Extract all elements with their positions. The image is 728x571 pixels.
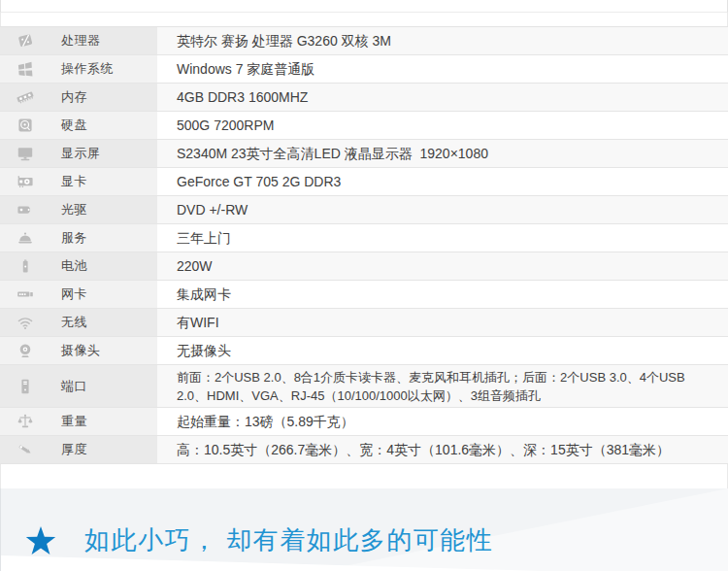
spec-row: 内存4GB DDR3 1600MHZ	[0, 84, 728, 112]
banner-content: 如此小巧， 却有着如此多的可能性	[24, 523, 493, 557]
spec-label: 厚度	[61, 441, 87, 458]
spec-label-cell: 硬盘	[0, 112, 157, 139]
spec-label: 摄像头	[61, 342, 101, 359]
spec-label-cell: 重量	[0, 408, 157, 435]
star-icon	[24, 525, 57, 556]
spec-row: 无线有WIFI	[0, 309, 728, 337]
spec-label: 显示屏	[61, 145, 101, 162]
spec-row: 光驱DVD +/-RW	[0, 196, 728, 224]
spec-label-cell: 服务	[0, 224, 157, 252]
spec-value: 集成网卡	[157, 281, 728, 308]
spec-value: 4GB DDR3 1600MHZ	[157, 84, 728, 111]
spec-row: 重量起始重量：13磅（5.89千克）	[0, 408, 728, 436]
monitor-icon	[16, 144, 35, 163]
webcam-icon	[16, 341, 35, 360]
spec-label-cell: 处理器	[0, 27, 157, 54]
spec-value: 高：10.5英寸（266.7毫米）、宽：4英寸（101.6毫米）、深：15英寸（…	[157, 436, 728, 463]
spec-label-cell: 内存	[0, 84, 157, 111]
spec-value: 有WIFI	[157, 309, 728, 336]
spec-value: 220W	[157, 252, 728, 280]
spec-label-cell: 端口	[0, 365, 157, 407]
wifi-icon	[16, 313, 35, 332]
optical-drive-icon	[16, 200, 35, 219]
spec-label: 重量	[61, 413, 87, 430]
spec-row: 操作系统Windows 7 家庭普通版	[0, 55, 728, 84]
spec-label-cell: 操作系统	[0, 55, 157, 83]
spec-label-cell: 无线	[0, 309, 157, 336]
spec-row: 硬盘500G 7200RPM	[0, 112, 728, 140]
spec-label-cell: 电池	[0, 252, 157, 280]
spec-value: DVD +/-RW	[157, 196, 728, 223]
spec-label: 端口	[61, 378, 87, 395]
product-spec-page: 处理器英特尔 赛扬 处理器 G3260 双核 3M操作系统Windows 7 家…	[0, 0, 728, 571]
ram-icon	[16, 87, 35, 107]
scale-icon	[16, 412, 35, 431]
banner-wedge-decoration	[1, 555, 541, 571]
previous-section-edge	[0, 0, 728, 13]
cpu-icon	[16, 31, 35, 50]
spec-row: 厚度高：10.5英寸（266.7毫米）、宽：4英寸（101.6毫米）、深：15英…	[0, 436, 728, 464]
hdd-icon	[16, 116, 35, 135]
network-card-icon	[16, 285, 35, 304]
spec-row: 服务三年上门	[0, 224, 728, 252]
spec-value: 前面：2个USB 2.0、8合1介质卡读卡器、麦克风和耳机插孔；后面：2个USB…	[157, 365, 728, 407]
spec-label: 网卡	[61, 286, 87, 303]
service-bell-icon	[16, 228, 35, 248]
battery-icon	[16, 256, 35, 276]
spec-row: 网卡集成网卡	[0, 281, 728, 309]
spec-label: 操作系统	[61, 60, 114, 78]
spec-label-cell: 光驱	[0, 196, 157, 223]
gpu-icon	[16, 172, 35, 191]
spec-row: 处理器英特尔 赛扬 处理器 G3260 双核 3M	[0, 27, 728, 55]
spec-value: 起始重量：13磅（5.89千克）	[157, 408, 728, 435]
spec-label-cell: 摄像头	[0, 337, 157, 364]
tower-icon	[16, 377, 35, 396]
spec-value: 无摄像头	[157, 337, 728, 364]
spec-value: GeForce GT 705 2G DDR3	[157, 168, 728, 195]
spec-label-cell: 显卡	[0, 168, 157, 195]
spec-value: Windows 7 家庭普通版	[157, 55, 728, 83]
spec-row: 摄像头无摄像头	[0, 337, 728, 365]
spec-value: 500G 7200RPM	[157, 112, 728, 139]
spec-label: 处理器	[61, 32, 101, 50]
spec-row: 显示屏S2340M 23英寸全高清LED 液晶显示器 1920×1080	[0, 140, 728, 168]
spec-table: 处理器英特尔 赛扬 处理器 G3260 双核 3M操作系统Windows 7 家…	[0, 26, 728, 464]
feature-banner: 如此小巧， 却有着如此多的可能性	[0, 488, 728, 571]
spec-value: 英特尔 赛扬 处理器 G3260 双核 3M	[157, 27, 728, 54]
spec-label: 硬盘	[61, 117, 87, 134]
spec-row: 显卡GeForce GT 705 2G DDR3	[0, 168, 728, 196]
spec-label-cell: 厚度	[0, 436, 157, 463]
spec-label: 无线	[61, 314, 87, 331]
spec-label: 光驱	[61, 201, 87, 218]
caliper-icon	[16, 440, 35, 459]
spec-label: 服务	[61, 229, 87, 247]
spec-label: 电池	[61, 257, 87, 275]
spec-row: 端口前面：2个USB 2.0、8合1介质卡读卡器、麦克风和耳机插孔；后面：2个U…	[0, 365, 728, 408]
spec-value: 三年上门	[157, 224, 728, 252]
spec-row: 电池220W	[0, 252, 728, 281]
spec-label: 显卡	[61, 173, 87, 190]
spec-label-cell: 显示屏	[0, 140, 157, 167]
spec-label: 内存	[61, 88, 87, 106]
spec-label-cell: 网卡	[0, 281, 157, 308]
windows-icon	[16, 59, 35, 79]
spec-value: S2340M 23英寸全高清LED 液晶显示器 1920×1080	[157, 140, 728, 167]
banner-slogan: 如此小巧， 却有着如此多的可能性	[84, 523, 493, 557]
